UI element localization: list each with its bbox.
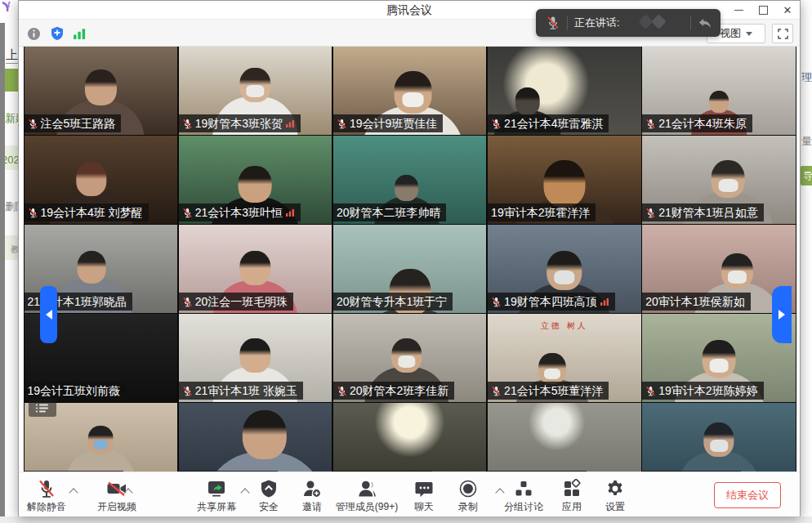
participant-name-label [179, 471, 278, 472]
face-mask [544, 369, 560, 380]
video-tile[interactable] [333, 403, 487, 472]
participant-name-label: 21会计本3班叶恒 [179, 203, 301, 221]
share-screen-icon [206, 478, 227, 499]
participant-name-label: 19会计五班刘前薇 [25, 382, 127, 400]
light-spot [333, 403, 487, 472]
chevron-right-icon [779, 310, 785, 320]
video-tile[interactable] [179, 403, 332, 472]
background-link: 新建 [5, 111, 18, 126]
control-share-screen-button[interactable]: 共享屏幕 [197, 478, 236, 514]
background-green-band [5, 69, 18, 92]
control-breakout-button[interactable]: 分组讨论 [504, 478, 543, 514]
chevron-up-icon[interactable] [495, 488, 504, 497]
background-page-right: 理 量 导出 [801, 0, 812, 523]
face-mask [710, 440, 728, 452]
control-members-button[interactable]: 管理成员(99+) [336, 478, 398, 514]
end-meeting-button[interactable]: 结束会议 [714, 482, 781, 508]
chevron-up-icon[interactable] [69, 488, 78, 497]
info-icon[interactable] [24, 23, 44, 44]
control-record-button[interactable]: 录制 [458, 478, 478, 514]
next-page-button[interactable] [772, 286, 792, 343]
invite-icon [302, 478, 322, 499]
face-mask [709, 359, 729, 372]
participant-name-label: 21会计本4班朱原 [642, 114, 752, 132]
control-label: 共享屏幕 [197, 500, 236, 514]
participant-name-label: 20审计本1班侯新如 [642, 293, 750, 311]
participant-name-label: 19审计本2班陈婷婷 [642, 382, 763, 400]
minimize-icon [734, 10, 743, 11]
mic-muted-icon[interactable] [546, 16, 560, 30]
breakout-icon [514, 478, 533, 499]
face-mask [247, 85, 265, 97]
video-tile[interactable]: 注会5班王路路 [25, 47, 178, 135]
meeting-watermark-icon [620, 12, 684, 34]
video-tile[interactable]: 21会计本3班叶恒 [179, 136, 332, 224]
close-icon: ✕ [783, 5, 792, 16]
video-tile[interactable] [642, 403, 796, 472]
control-label: 录制 [458, 500, 478, 514]
signal-icon[interactable] [69, 23, 90, 44]
background-text: 理 [801, 70, 812, 85]
previous-page-button[interactable] [40, 286, 57, 343]
meeting-window: 腾讯会议 ✕ 视图 正在讲话: [18, 0, 801, 516]
minimize-button[interactable] [726, 1, 751, 19]
fullscreen-button[interactable] [772, 24, 793, 43]
toast-divider [690, 16, 691, 30]
participant-name-label [642, 471, 741, 472]
toast-divider [567, 16, 568, 30]
video-tile[interactable]: 20财管本二班李帅晴 [333, 136, 487, 224]
video-tile[interactable] [488, 403, 641, 472]
export-button[interactable]: 导出 [801, 166, 812, 186]
control-apps-button[interactable]: 应用 [562, 478, 582, 514]
background-link: 删除 [5, 199, 18, 214]
video-tile[interactable]: 21审计本1班 张婉玉 [179, 314, 332, 402]
video-tile[interactable]: 19会计9班贾佳佳 [333, 47, 487, 135]
control-label: 应用 [562, 500, 582, 514]
face-mask [728, 270, 747, 284]
video-tile[interactable]: 21会计本4班朱原 [642, 47, 796, 135]
participant-name-label: 20财管专升本1班于宁 [333, 293, 453, 311]
control-chat-button[interactable]: 聊天 [414, 478, 434, 514]
participant-name-label: 20财管本2班李佳新 [333, 382, 454, 400]
video-tile[interactable]: 19财管本四班高顶 [488, 225, 641, 313]
background-text: 上 [6, 47, 18, 64]
members-icon [357, 478, 377, 499]
control-invite-button[interactable]: 邀请 [302, 478, 322, 514]
control-security-shield-button[interactable]: 安全 [259, 478, 279, 514]
control-mic-muted-button[interactable]: 解除静音 [27, 478, 66, 514]
background-rail [0, 23, 5, 523]
video-tile[interactable]: 19审计本2班霍洋洋 [488, 136, 641, 224]
control-label: 解除静音 [27, 500, 66, 514]
video-grid: 注会5班王路路19财管本3班张贺19会计9班贾佳佳21会计本4班雷雅淇21会计本… [24, 47, 796, 472]
video-tile[interactable]: 19财管本3班张贺 [179, 47, 332, 135]
face-mask [398, 355, 416, 368]
chevron-up-icon[interactable] [240, 488, 249, 497]
chat-icon [414, 478, 434, 499]
reply-arrow-icon[interactable] [698, 17, 712, 29]
video-tile[interactable]: 21会计本4班雷雅淇 [488, 47, 641, 135]
video-tile[interactable]: 19会计本4班 刘梦醒 [25, 136, 178, 224]
maximize-button[interactable] [751, 1, 775, 19]
video-tile[interactable]: 21财管本1班吕如意 [642, 136, 796, 224]
close-button[interactable]: ✕ [775, 1, 800, 19]
control-label: 设置 [605, 500, 625, 514]
wall-text: 立德 树人 [541, 320, 588, 332]
light-spot [488, 403, 641, 472]
face-mask [719, 179, 738, 192]
speaking-toast: 正在讲话: [536, 9, 721, 37]
face-mask [402, 92, 424, 107]
video-tile[interactable]: 20财管本2班李佳新 [333, 314, 487, 402]
security-shield-icon [260, 478, 278, 499]
shield-icon[interactable] [47, 23, 67, 44]
face-mask [555, 270, 575, 284]
member-list-icon[interactable] [29, 399, 56, 417]
participant-name-label: 注会5班王路路 [25, 114, 122, 132]
video-tile[interactable]: 20注会一班毛明珠 [179, 225, 332, 313]
video-tile[interactable]: 立德 树人21会计本5班董洋洋 [488, 314, 641, 402]
control-label: 安全 [259, 500, 279, 514]
maximize-icon [759, 6, 768, 15]
control-camera-muted-button[interactable]: 开启视频 [97, 478, 136, 514]
video-tile[interactable]: 20财管专升本1班于宁 [333, 225, 487, 313]
control-settings-button[interactable]: 设置 [605, 478, 625, 514]
background-app-icon [0, 1, 13, 17]
